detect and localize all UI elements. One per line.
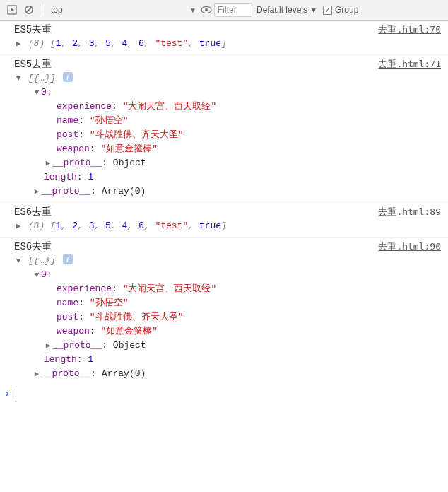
length-row: length: 1	[44, 170, 444, 184]
filter-input[interactable]: Filter	[214, 3, 252, 17]
source-link[interactable]: 去重.html:71	[378, 57, 441, 71]
array-index-row[interactable]: 0:	[33, 268, 444, 282]
execution-context-icon[interactable]	[4, 2, 20, 18]
filter-placeholder: Filter	[218, 5, 237, 15]
array-preview-row[interactable]: (8) [1, 2, 3, 5, 4, 6, "test", true]	[14, 219, 444, 233]
source-link[interactable]: 去重.html:70	[378, 23, 441, 37]
collapse-icon[interactable]	[14, 71, 23, 86]
log-entry: 去重.html:90 ES6去重 [{…}] i 0: experience: …	[0, 238, 448, 385]
expand-icon[interactable]	[14, 37, 23, 51]
prompt-chevron-icon: ›	[4, 388, 10, 399]
expand-icon[interactable]	[44, 339, 52, 353]
property-row: post: "斗战胜佛、齐天大圣"	[57, 128, 444, 142]
svg-line-3	[26, 7, 31, 12]
collapse-icon[interactable]	[14, 254, 23, 268]
proto-row[interactable]: __proto__: Object	[44, 339, 444, 353]
info-badge-icon[interactable]: i	[63, 72, 73, 82]
property-row: experience: "大闹天宫、西天取经"	[57, 100, 444, 114]
object-summary: [{…}]	[28, 73, 56, 83]
property-row: weapon: "如意金箍棒"	[57, 324, 444, 339]
console-prompt[interactable]: ›	[0, 385, 448, 402]
object-summary-row[interactable]: [{…}] i	[14, 71, 444, 86]
group-similar-checkbox[interactable]: ✓ Group	[323, 5, 358, 15]
property-row: name: "孙悟空"	[57, 296, 444, 310]
expand-icon[interactable]	[33, 367, 41, 381]
svg-marker-1	[11, 8, 14, 12]
collapse-icon[interactable]	[33, 268, 41, 282]
array-index-row[interactable]: 0:	[33, 86, 444, 100]
console-toolbar: top ▼ Filter Default levels ▼ ✓ Group	[0, 0, 448, 20]
object-summary-row[interactable]: [{…}] i	[14, 254, 444, 268]
expand-icon[interactable]	[44, 156, 52, 170]
text-caret	[16, 389, 16, 399]
proto-row[interactable]: __proto__: Array(0)	[33, 184, 444, 199]
source-link[interactable]: 去重.html:89	[378, 205, 441, 219]
array-length: (8)	[28, 38, 45, 49]
log-entry: 去重.html:70 ES5去重 (8) [1, 2, 3, 5, 4, 6, …	[0, 20, 448, 55]
context-selector[interactable]: top ▼	[45, 3, 200, 17]
clear-console-icon[interactable]	[21, 2, 37, 18]
expand-icon[interactable]	[14, 219, 23, 233]
console-output: 去重.html:70 ES5去重 (8) [1, 2, 3, 5, 4, 6, …	[0, 20, 448, 402]
collapse-icon[interactable]	[33, 86, 41, 100]
property-row: name: "孙悟空"	[57, 114, 444, 128]
log-levels-selector[interactable]: Default levels ▼	[257, 5, 317, 15]
group-label: Group	[335, 5, 358, 15]
proto-row[interactable]: __proto__: Object	[44, 156, 444, 170]
array-length: (8)	[28, 221, 45, 231]
context-label: top	[51, 5, 63, 15]
length-row: length: 1	[44, 353, 444, 367]
live-expression-icon[interactable]	[200, 6, 213, 14]
log-entry: 去重.html:89 ES6去重 (8) [1, 2, 3, 5, 4, 6, …	[0, 203, 448, 238]
dropdown-icon: ▼	[189, 6, 196, 14]
checkbox-icon: ✓	[323, 6, 332, 15]
property-row: weapon: "如意金箍棒"	[57, 142, 444, 156]
source-link[interactable]: 去重.html:90	[378, 240, 441, 254]
svg-point-5	[205, 8, 208, 11]
array-preview-row[interactable]: (8) [1, 2, 3, 5, 4, 6, "test", true]	[14, 37, 444, 51]
property-row: experience: "大闹天宫、西天取经"	[57, 282, 444, 296]
object-summary: [{…}]	[28, 255, 56, 266]
info-badge-icon[interactable]: i	[63, 254, 73, 264]
dropdown-icon: ▼	[310, 6, 317, 14]
toolbar-divider	[40, 4, 40, 16]
property-row: post: "斗战胜佛、齐天大圣"	[57, 310, 444, 324]
log-entry: 去重.html:71 ES5去重 [{…}] i 0: experience: …	[0, 55, 448, 203]
levels-label: Default levels	[257, 5, 307, 15]
expand-icon[interactable]	[33, 184, 41, 199]
proto-row[interactable]: __proto__: Array(0)	[33, 367, 444, 381]
